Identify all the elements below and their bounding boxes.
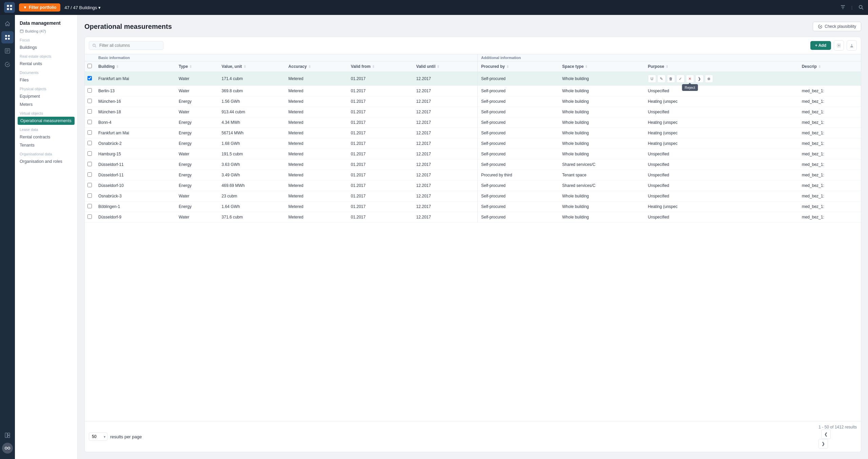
sidebar-sections: FocusBuildingsReal estate objectsRental … bbox=[15, 35, 77, 166]
select-all-checkbox-header[interactable] bbox=[85, 61, 95, 72]
next-button[interactable]: ❯ bbox=[695, 75, 704, 83]
row-checkbox-cell[interactable] bbox=[85, 138, 95, 149]
row-checkbox-cell[interactable] bbox=[85, 72, 95, 86]
col-purpose[interactable]: Purpose ⇕ bbox=[645, 61, 798, 72]
cell-type: Water bbox=[175, 149, 218, 159]
row-checkbox-cell[interactable] bbox=[85, 86, 95, 96]
sidebar-item-rental-contracts[interactable]: Rental contracts bbox=[15, 133, 77, 141]
nav-reports[interactable] bbox=[1, 45, 14, 57]
cell-building: Osnabrück-3 bbox=[95, 191, 175, 202]
sidebar-item-tenants[interactable]: Tenants bbox=[15, 141, 77, 149]
cell-accuracy: Metered bbox=[285, 159, 348, 170]
row-checkbox[interactable] bbox=[87, 204, 92, 208]
cell-description: med_bez_1: bbox=[798, 128, 861, 138]
cell-valid-until: 12.2017 bbox=[413, 128, 478, 138]
settings-button[interactable] bbox=[834, 40, 844, 51]
row-checkbox-cell[interactable] bbox=[85, 202, 95, 212]
filter-icon: ▼ bbox=[23, 5, 27, 10]
edit-button[interactable]: U bbox=[648, 75, 656, 83]
col-valid-from[interactable]: Valid from ⇕ bbox=[348, 61, 413, 72]
cell-type: Water bbox=[175, 212, 218, 223]
row-checkbox-cell[interactable] bbox=[85, 180, 95, 191]
row-checkbox[interactable] bbox=[87, 120, 92, 124]
approve-button[interactable]: ✓ bbox=[676, 75, 685, 83]
row-checkbox-cell[interactable] bbox=[85, 107, 95, 117]
nav-panel[interactable] bbox=[1, 429, 14, 441]
check-plausibility-button[interactable]: Check plausibility bbox=[813, 22, 861, 31]
row-checkbox[interactable] bbox=[87, 193, 92, 198]
row-checkbox[interactable] bbox=[87, 99, 92, 103]
sidebar-section-label: Virtual objects bbox=[15, 109, 77, 117]
col-type[interactable]: Type ⇕ bbox=[175, 61, 218, 72]
sidebar-item-equipment[interactable]: Equipment bbox=[15, 92, 77, 100]
select-all-checkbox[interactable] bbox=[87, 64, 92, 68]
col-valid-until[interactable]: Valid until ⇕ bbox=[413, 61, 478, 72]
next-page-button[interactable]: ❯ bbox=[818, 439, 828, 448]
reject-button[interactable]: ✕ bbox=[686, 75, 694, 83]
nav-home[interactable] bbox=[1, 18, 14, 30]
more-button[interactable]: ⊕ bbox=[705, 75, 713, 83]
row-checkbox[interactable] bbox=[87, 183, 92, 187]
table-scroll[interactable]: Basic information Additional information… bbox=[85, 54, 861, 421]
svg-rect-7 bbox=[5, 38, 7, 40]
sidebar-item-meters[interactable]: Meters bbox=[15, 100, 77, 109]
row-checkbox[interactable] bbox=[87, 88, 92, 93]
row-checkbox-cell[interactable] bbox=[85, 128, 95, 138]
filter-icon-top[interactable] bbox=[840, 4, 846, 11]
cell-building: Frankfurt am Mai bbox=[95, 72, 175, 86]
cell-purpose: Unspecified bbox=[645, 159, 798, 170]
cell-type: Energy bbox=[175, 202, 218, 212]
row-checkbox-cell[interactable] bbox=[85, 159, 95, 170]
row-checkbox[interactable] bbox=[87, 130, 92, 135]
per-page-select[interactable]: 50 100 200 bbox=[89, 433, 107, 441]
cell-type: Energy bbox=[175, 159, 218, 170]
per-page-wrapper[interactable]: 50 100 200 bbox=[89, 433, 107, 441]
search-input[interactable] bbox=[89, 41, 163, 50]
cell-value-unit: 1.64 GWh bbox=[218, 202, 285, 212]
row-checkbox[interactable] bbox=[87, 141, 92, 145]
add-button[interactable]: + Add bbox=[810, 41, 831, 50]
col-building[interactable]: Building ⇕ bbox=[95, 61, 175, 72]
row-checkbox-cell[interactable] bbox=[85, 170, 95, 180]
row-checkbox-cell[interactable] bbox=[85, 212, 95, 223]
col-accuracy[interactable]: Accuracy ⇕ bbox=[285, 61, 348, 72]
cell-procured-by: Self-procured bbox=[477, 86, 559, 96]
col-procured-by[interactable]: Procured by ⇕ bbox=[477, 61, 559, 72]
row-checkbox[interactable] bbox=[87, 172, 92, 177]
sidebar-item-buildings[interactable]: Buildings bbox=[15, 43, 77, 52]
col-space-type[interactable]: Space type ⇕ bbox=[559, 61, 645, 72]
row-checkbox[interactable] bbox=[87, 214, 92, 219]
nav-tasks[interactable] bbox=[1, 58, 14, 71]
sidebar-item-organisation-and-roles[interactable]: Organisation and roles bbox=[15, 157, 77, 166]
avatar[interactable]: OO bbox=[2, 443, 13, 454]
nav-data-management[interactable] bbox=[1, 31, 14, 43]
row-checkbox-cell[interactable] bbox=[85, 96, 95, 107]
cell-description: med_bez_1: bbox=[798, 138, 861, 149]
cell-space-type: Whole building bbox=[559, 96, 645, 107]
row-checkbox[interactable] bbox=[87, 76, 92, 80]
row-checkbox-cell[interactable] bbox=[85, 117, 95, 128]
row-checkbox[interactable] bbox=[87, 109, 92, 114]
sidebar-item-files[interactable]: Files bbox=[15, 76, 77, 84]
search-icon-top[interactable] bbox=[858, 4, 864, 11]
buildings-selector[interactable]: 47 / 47 Buildings ▾ bbox=[64, 5, 101, 10]
cell-type: Water bbox=[175, 72, 218, 86]
col-description[interactable]: Descrip ⇕ bbox=[798, 61, 861, 72]
data-table: Basic information Additional information… bbox=[85, 54, 861, 223]
cell-description: med_bez_1: bbox=[798, 159, 861, 170]
cell-valid-from: 01.2017 bbox=[348, 170, 413, 180]
edit-pencil-button[interactable]: ✎ bbox=[657, 75, 666, 83]
col-value-unit[interactable]: Value, unit ⇕ bbox=[218, 61, 285, 72]
prev-page-button[interactable]: ❮ bbox=[821, 429, 831, 439]
row-checkbox[interactable] bbox=[87, 162, 92, 166]
table-row: Frankfurt am MaiWater171.4 cubmMetered01… bbox=[85, 72, 861, 86]
delete-button[interactable]: 🗑 bbox=[667, 75, 675, 83]
row-checkbox-cell[interactable] bbox=[85, 191, 95, 202]
row-checkbox[interactable] bbox=[87, 151, 92, 156]
row-checkbox-cell[interactable] bbox=[85, 149, 95, 159]
filter-portfolio-button[interactable]: ▼ Filter portfolio bbox=[19, 3, 60, 12]
sidebar-item-operational-measurements[interactable]: Operational measurements bbox=[18, 117, 75, 125]
download-button[interactable] bbox=[847, 40, 857, 51]
cell-procured-by: Procured by third bbox=[477, 170, 559, 180]
sidebar-item-rental-units[interactable]: Rental units bbox=[15, 60, 77, 68]
